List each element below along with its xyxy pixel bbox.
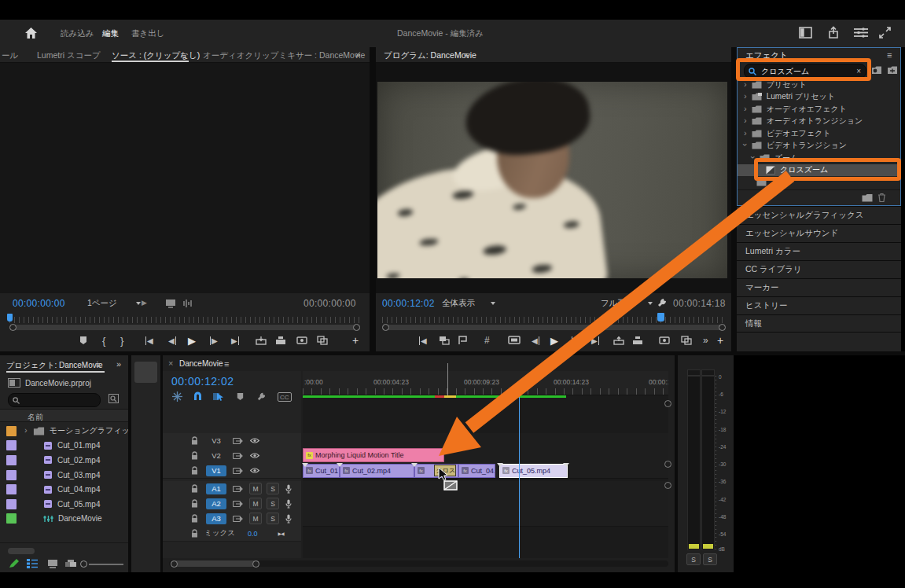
source-audio-waveform-icon[interactable] (182, 299, 193, 308)
lane-v3[interactable] (303, 433, 668, 449)
program-step-forward-icon[interactable]: ▶ (572, 336, 579, 345)
track-header-v3[interactable]: V3 (163, 433, 301, 449)
clip-cut05-selected[interactable]: fx Cut_05.mp4 (499, 464, 568, 478)
mic-icon[interactable] (285, 514, 292, 524)
timeline-tab-close-icon[interactable]: × (168, 358, 173, 368)
program-play-icon[interactable]: ▶ (550, 335, 558, 347)
lock-icon[interactable] (191, 484, 198, 493)
clip-cut04[interactable]: fx Cut_04. (458, 464, 495, 478)
share-icon[interactable] (827, 26, 840, 39)
track-header-a3[interactable]: A3 M S (163, 511, 301, 527)
lock-icon[interactable] (191, 529, 198, 538)
thumbnail-zoom-slider[interactable] (89, 564, 123, 565)
project-panel-menu-icon[interactable]: ≡ (96, 360, 101, 369)
label-swatch[interactable] (6, 440, 17, 450)
program-goto-out-icon[interactable]: ▶ (591, 336, 599, 345)
project-item-cut05[interactable]: Cut_05.mp4 (0, 497, 128, 512)
panel-essential-sound[interactable]: エッセンシャルサウンド (737, 224, 901, 242)
clip-cut01[interactable]: fx Cut_01 (303, 464, 340, 478)
vscroll-handle-mid[interactable] (664, 461, 671, 468)
lock-icon[interactable] (191, 451, 198, 460)
lock-icon[interactable] (191, 436, 198, 445)
sync-lock-icon[interactable] (233, 467, 243, 475)
splitter-vertical-effects[interactable] (731, 47, 737, 351)
label-swatch[interactable] (6, 513, 17, 524)
solo-button-a3[interactable]: S (267, 513, 279, 524)
project-item-cut03[interactable]: Cut_03.mp4 (0, 468, 128, 483)
source-scrub-ticks[interactable] (9, 317, 360, 323)
meter-solo-right[interactable]: S (703, 553, 717, 565)
track-target-v3[interactable]: V3 (206, 435, 226, 447)
panel-lumetri-color[interactable]: Lumetri カラー (737, 242, 901, 260)
sync-lock-icon[interactable] (233, 485, 243, 493)
home-icon[interactable] (24, 26, 39, 41)
safe-margins-icon[interactable] (458, 336, 468, 345)
label-swatch[interactable] (6, 499, 17, 509)
menu-import[interactable]: 読み込み (61, 28, 94, 39)
label-swatch[interactable] (6, 455, 17, 465)
program-more-icon[interactable]: » (703, 335, 708, 346)
source-scroll-handle-left[interactable] (9, 324, 17, 331)
lane-a2[interactable] (303, 496, 668, 512)
track-header-mix[interactable]: ミックス 0.0 ▶◀ (163, 526, 301, 542)
track-header-v2[interactable]: V2 (163, 448, 301, 464)
solo-button-a2[interactable]: S (267, 498, 279, 509)
project-file-name[interactable]: DanceMovie.prproj (25, 379, 91, 388)
timeline-tab[interactable]: DanceMovie (179, 359, 223, 368)
timeline-hscroll-handle[interactable] (171, 560, 259, 567)
timeline-timecode[interactable]: 00:00:12:02 (171, 375, 234, 388)
snap-magnet-icon[interactable] (193, 391, 203, 402)
project-search-input[interactable] (8, 393, 101, 407)
program-playhead[interactable] (657, 313, 664, 322)
program-scroll-handle-right[interactable] (719, 324, 726, 331)
overwrite-icon[interactable] (275, 336, 286, 345)
source-add-button[interactable]: + (352, 334, 359, 347)
effects-tree-video-effects[interactable]: › ビデオエフェクト (738, 127, 900, 140)
timeline-marker-icon[interactable] (236, 392, 245, 401)
track-target-v1[interactable]: V1 (206, 465, 226, 476)
tab-lumetri-scopes[interactable]: Lumetri スコープ (37, 50, 101, 61)
project-item-folder[interactable]: › モーショングラフィッ (0, 424, 128, 439)
sync-lock-icon[interactable] (233, 452, 243, 460)
effects-filter-badge-icon[interactable] (871, 65, 882, 75)
lock-icon[interactable] (191, 466, 198, 475)
mute-button-a1[interactable]: M (249, 483, 262, 494)
effects-tree-audio-effects[interactable]: › オーディオエフェクト (738, 103, 900, 116)
project-list-header[interactable]: 名前 (0, 409, 128, 422)
effects-tree-video-transitions[interactable]: › ビデオトランジション (738, 140, 900, 153)
lock-icon[interactable] (191, 499, 198, 508)
splitter-vertical-monitors[interactable] (370, 47, 376, 351)
menu-export[interactable]: 書き出し (131, 28, 165, 39)
step-back-icon[interactable]: ◀ (168, 336, 176, 345)
track-header-v1[interactable]: V1 (163, 463, 301, 479)
search-bin-icon[interactable] (109, 394, 119, 403)
mute-button-a3[interactable]: M (249, 513, 262, 524)
hscroll-handle-left[interactable] (171, 560, 178, 568)
program-compare-view-icon[interactable] (681, 336, 692, 345)
project-item-cut02[interactable]: Cut_02.mp4 (0, 453, 128, 468)
program-quality-select[interactable]: フル画質 (596, 296, 657, 311)
panel-markers[interactable]: マーカー (737, 278, 901, 296)
multicam-icon[interactable] (439, 336, 450, 345)
timeline-ruler[interactable]: :00:00 00:00:04:23 00:00:09:23 00:00:14:… (303, 371, 668, 395)
delete-bin-icon[interactable] (877, 193, 886, 202)
sync-lock-icon[interactable] (233, 515, 243, 523)
settings-wrench-icon[interactable] (657, 297, 668, 308)
track-target-a2[interactable]: A2 (206, 498, 226, 509)
project-item-cut01[interactable]: Cut_01.mp4 (0, 439, 128, 454)
mute-button-a2[interactable]: M (249, 498, 262, 509)
captions-icon[interactable]: CC (278, 392, 292, 402)
source-playhead[interactable] (7, 314, 13, 322)
program-scrub-ticks[interactable] (382, 317, 725, 323)
gap-project-tools[interactable] (128, 355, 131, 572)
list-view-icon[interactable] (27, 559, 38, 568)
program-export-frame-icon[interactable] (659, 336, 670, 344)
panel-history[interactable]: ヒストリー (737, 296, 901, 314)
sync-lock-icon[interactable] (233, 437, 243, 445)
extract-icon[interactable] (632, 336, 643, 345)
add-marker-icon[interactable] (79, 336, 88, 345)
export-frame-icon[interactable] (296, 336, 307, 344)
solo-button-a1[interactable]: S (267, 483, 279, 494)
program-fit-select[interactable]: 全体表示 (437, 296, 500, 311)
track-target-v2[interactable]: V2 (206, 450, 226, 461)
